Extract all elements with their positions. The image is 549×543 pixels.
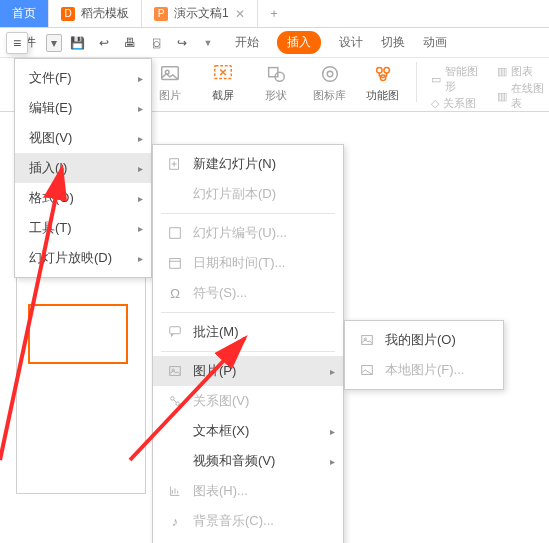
comment-icon xyxy=(167,324,183,340)
submenu-flash: ⚡Flash(F)... xyxy=(153,536,343,543)
ribbon-tab-anim[interactable]: 动画 xyxy=(423,34,447,51)
save-icon[interactable]: 💾 xyxy=(66,32,89,54)
preview-icon[interactable]: ⌼ xyxy=(145,32,167,54)
svg-point-17 xyxy=(176,402,180,406)
file-dropdown-menu: 文件(F)▸ 编辑(E)▸ 视图(V)▸ 插入(I)▸ 格式(O)▸ 工具(T)… xyxy=(14,58,152,278)
svg-rect-13 xyxy=(170,327,181,334)
submenu-comment[interactable]: 批注(M) xyxy=(153,317,343,347)
insert-submenu: 新建幻灯片(N) 幻灯片副本(D) 幻灯片编号(U)... 日期和时间(T)..… xyxy=(152,144,344,543)
chevron-right-icon: ▸ xyxy=(330,366,335,377)
chevron-right-icon: ▸ xyxy=(138,133,143,144)
new-slide-icon xyxy=(167,156,183,172)
ribbon-effects-label: 功能图 xyxy=(366,88,399,103)
menu-format[interactable]: 格式(O)▸ xyxy=(15,183,151,213)
picture-icon xyxy=(158,62,182,86)
shape-icon xyxy=(264,62,288,86)
submenu-relation: 关系图(V) xyxy=(153,386,343,416)
tab-daoke-label: 稻壳模板 xyxy=(81,5,129,22)
menu-file[interactable]: 文件(F)▸ xyxy=(15,63,151,93)
submenu-dup-slide: 幻灯片副本(D) xyxy=(153,179,343,209)
menu-insert[interactable]: 插入(I)▸ xyxy=(15,153,151,183)
blank-icon xyxy=(167,423,183,439)
new-tab-button[interactable]: ＋ xyxy=(258,0,290,27)
ribbon-tabs: 开始 插入 设计 切换 动画 xyxy=(235,31,447,54)
chevron-right-icon: ▸ xyxy=(138,103,143,114)
tab-home-label: 首页 xyxy=(12,5,36,22)
ribbon-screenshot[interactable]: 截屏 xyxy=(203,62,242,103)
picture-my-pictures[interactable]: 我的图片(O) xyxy=(345,325,503,355)
submenu-bgmusic: ♪背景音乐(C)... xyxy=(153,506,343,536)
presentation-icon: P xyxy=(154,7,168,21)
file-dropdown-icon[interactable]: ▾ xyxy=(46,34,62,52)
menu-tool[interactable]: 工具(T)▸ xyxy=(15,213,151,243)
ribbon-iconlib-label: 图标库 xyxy=(313,88,346,103)
svg-rect-11 xyxy=(170,228,181,239)
ribbon-tab-design[interactable]: 设计 xyxy=(339,34,363,51)
document-tabbar: 首页 D 稻壳模板 P 演示文稿1 ✕ ＋ xyxy=(0,0,549,28)
menu-edit[interactable]: 编辑(E)▸ xyxy=(15,93,151,123)
screenshot-icon xyxy=(211,62,235,86)
chevron-right-icon: ▸ xyxy=(330,426,335,437)
svg-point-8 xyxy=(384,68,390,74)
svg-rect-12 xyxy=(170,259,181,269)
blank-icon xyxy=(167,453,183,469)
chevron-right-icon: ▸ xyxy=(138,73,143,84)
chevron-right-icon: ▸ xyxy=(138,193,143,204)
submenu-datetime: 日期和时间(T)... xyxy=(153,248,343,278)
menu-separator xyxy=(161,213,335,214)
menu-separator xyxy=(161,351,335,352)
chevron-right-icon: ▸ xyxy=(138,253,143,264)
ribbon-picture-label: 图片 xyxy=(159,88,181,103)
ribbon-tab-transition[interactable]: 切换 xyxy=(381,34,405,51)
ribbon-tab-start[interactable]: 开始 xyxy=(235,34,259,51)
effects-icon xyxy=(371,62,395,86)
menu-view[interactable]: 视图(V)▸ xyxy=(15,123,151,153)
undo-icon[interactable]: ↩ xyxy=(93,32,115,54)
svg-point-6 xyxy=(327,71,333,77)
hamburger-icon[interactable]: ≡ xyxy=(6,32,28,54)
ribbon-shape[interactable]: 形状 xyxy=(257,62,296,103)
svg-rect-14 xyxy=(170,367,181,376)
ribbon-right-stack: ▭ 智能图形 ◇ 关系图 xyxy=(431,62,483,111)
svg-point-7 xyxy=(376,68,382,74)
blank-icon xyxy=(167,186,183,202)
print-icon[interactable]: 🖶 xyxy=(119,32,141,54)
tab-home[interactable]: 首页 xyxy=(0,0,49,27)
ribbon-effects[interactable]: 功能图 xyxy=(363,62,402,103)
redo-icon[interactable]: ↪ xyxy=(171,32,193,54)
slide-thumbnail-1[interactable] xyxy=(28,304,128,364)
iconlib-icon xyxy=(318,62,342,86)
submenu-picture[interactable]: 图片(P)▸ xyxy=(153,356,343,386)
number-icon xyxy=(167,225,183,241)
calendar-icon xyxy=(167,255,183,271)
submenu-chart: 图表(H)... xyxy=(153,476,343,506)
thumbnail-panel xyxy=(16,264,146,494)
more-qat-icon[interactable]: ▼ xyxy=(197,32,219,54)
ribbon-separator xyxy=(416,62,417,102)
ribbon-online-chart[interactable]: ▥ 在线图表 xyxy=(497,81,549,111)
ribbon-right-stack2: ▥ 图表 ▥ 在线图表 xyxy=(497,62,549,111)
ribbon-tab-insert[interactable]: 插入 xyxy=(277,31,321,54)
ribbon-chart[interactable]: ▥ 图表 xyxy=(497,64,549,79)
submenu-textbox[interactable]: 文本框(X)▸ xyxy=(153,416,343,446)
symbol-icon: Ω xyxy=(167,285,183,301)
submenu-media[interactable]: 视频和音频(V)▸ xyxy=(153,446,343,476)
picture-icon xyxy=(167,363,183,379)
menu-slideshow[interactable]: 幻灯片放映(D)▸ xyxy=(15,243,151,273)
chevron-right-icon: ▸ xyxy=(138,163,143,174)
svg-rect-3 xyxy=(269,68,278,77)
svg-point-16 xyxy=(171,397,175,401)
quick-access-bar: ≡ 文件 ▾ 💾 ↩ 🖶 ⌼ ↪ ▼ 开始 插入 设计 切换 动画 xyxy=(0,28,549,58)
ribbon-iconlib[interactable]: 图标库 xyxy=(310,62,349,103)
chevron-right-icon: ▸ xyxy=(138,223,143,234)
ribbon-relation[interactable]: ◇ 关系图 xyxy=(431,96,483,111)
submenu-slide-number: 幻灯片编号(U)... xyxy=(153,218,343,248)
ribbon-smartart[interactable]: ▭ 智能图形 xyxy=(431,64,483,94)
svg-point-5 xyxy=(322,67,337,82)
tab-daoke[interactable]: D 稻壳模板 xyxy=(49,0,142,27)
tab-presentation1[interactable]: P 演示文稿1 ✕ xyxy=(142,0,258,27)
submenu-new-slide[interactable]: 新建幻灯片(N) xyxy=(153,149,343,179)
ribbon-picture[interactable]: 图片 xyxy=(150,62,189,103)
close-icon[interactable]: ✕ xyxy=(235,7,245,21)
music-icon: ♪ xyxy=(167,513,183,529)
